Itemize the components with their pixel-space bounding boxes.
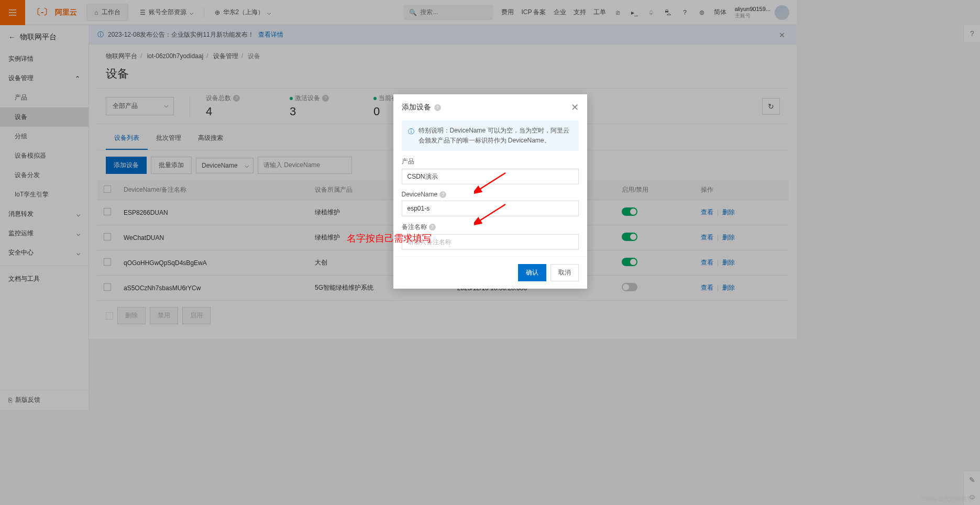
product-input[interactable] (402, 169, 579, 184)
label-text: DeviceName (402, 191, 438, 198)
help-tip-icon[interactable]: ? (429, 224, 436, 230)
modal-header: 添加设备 ? ✕ (393, 94, 587, 120)
info-icon: ⓘ (408, 127, 414, 146)
devicename-input[interactable] (402, 201, 579, 216)
help-tip-icon[interactable]: ? (434, 104, 441, 111)
modal-notice-text: 特别说明：DeviceName 可以为空，当为空时，阿里云会颁发产品下的唯一标识… (419, 126, 572, 146)
cancel-button[interactable]: 取消 (550, 264, 579, 281)
add-device-modal: 添加设备 ? ✕ ⓘ 特别说明：DeviceName 可以为空，当为空时，阿里云… (393, 94, 587, 289)
modal-body: ⓘ 特别说明：DeviceName 可以为空，当为空时，阿里云会颁发产品下的唯一… (393, 120, 587, 256)
modal-footer: 确认 取消 (393, 256, 587, 289)
product-field-label: 产品 (402, 157, 579, 166)
modal-overlay: 添加设备 ? ✕ ⓘ 特别说明：DeviceName 可以为空，当为空时，阿里云… (0, 0, 797, 410)
help-tip-icon[interactable]: ? (439, 191, 446, 198)
confirm-button[interactable]: 确认 (518, 264, 546, 281)
note-input[interactable] (402, 234, 579, 250)
modal-title: 添加设备 (402, 103, 431, 112)
modal-notice: ⓘ 特别说明：DeviceName 可以为空，当为空时，阿里云会颁发产品下的唯一… (402, 120, 579, 151)
label-text: 备注名称 (402, 223, 427, 232)
note-field-label: 备注名称 ? (402, 223, 579, 232)
devicename-field-label: DeviceName ? (402, 191, 579, 198)
modal-close-button[interactable]: ✕ (571, 102, 579, 113)
